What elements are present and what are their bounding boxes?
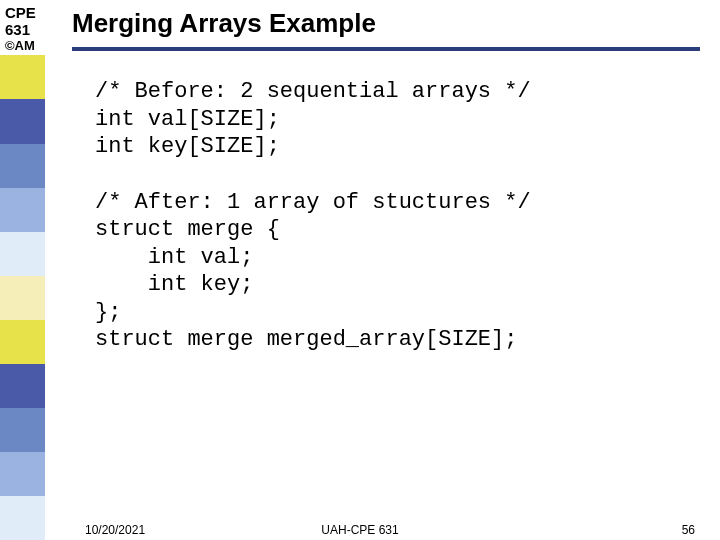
color-block xyxy=(0,408,45,452)
footer-center: UAH-CPE 631 xyxy=(0,523,720,537)
sidebar: CPE 631 ©AM xyxy=(0,0,45,540)
course-code-line1: CPE xyxy=(5,4,43,21)
color-block xyxy=(0,364,45,408)
header: Merging Arrays Example xyxy=(72,8,700,51)
code-before: /* Before: 2 sequential arrays */ int va… xyxy=(95,78,690,161)
color-block xyxy=(0,276,45,320)
title-underline xyxy=(72,47,700,51)
course-code: CPE 631 ©AM xyxy=(0,0,45,55)
color-block xyxy=(0,144,45,188)
footer-page: 56 xyxy=(682,523,695,537)
code-after: /* After: 1 array of stuctures */ struct… xyxy=(95,189,690,354)
color-block xyxy=(0,320,45,364)
color-block xyxy=(0,452,45,496)
page-title: Merging Arrays Example xyxy=(72,8,700,45)
sidebar-color-blocks xyxy=(0,55,45,540)
course-code-line2: 631 xyxy=(5,21,43,38)
color-block xyxy=(0,55,45,99)
color-block xyxy=(0,188,45,232)
color-block xyxy=(0,99,45,143)
course-copyright: ©AM xyxy=(5,39,43,54)
content: /* Before: 2 sequential arrays */ int va… xyxy=(95,78,690,354)
color-block xyxy=(0,232,45,276)
